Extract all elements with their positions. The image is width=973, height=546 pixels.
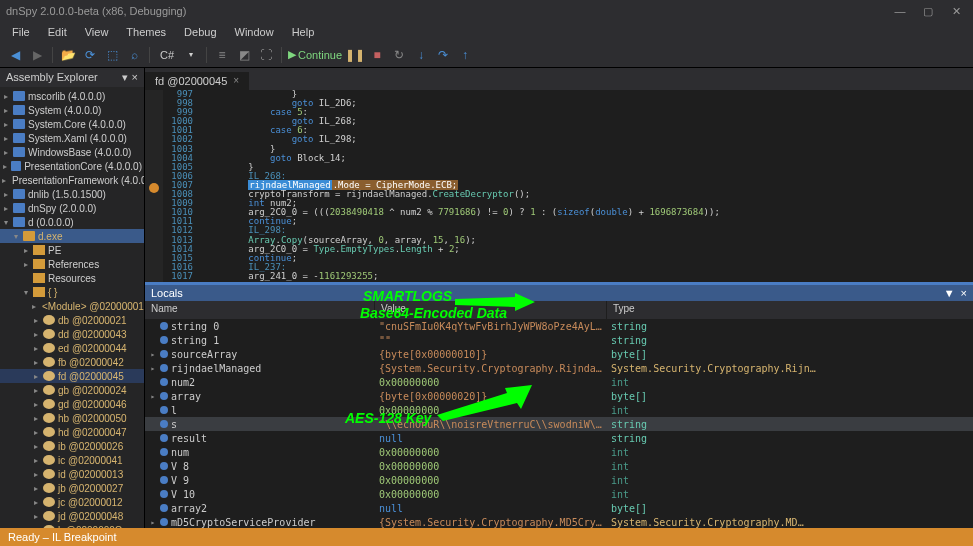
expand-icon[interactable]: ▸ [32, 344, 40, 353]
expand-icon[interactable]: ▸ [2, 190, 10, 199]
expand-icon[interactable]: ▸ [32, 330, 40, 339]
tree-node[interactable]: ▸fb @02000042 [0, 355, 144, 369]
expand-icon[interactable]: ▸ [2, 106, 10, 115]
expand-icon[interactable]: ▸ [149, 518, 157, 527]
code-line[interactable]: cryptoTransform = rijndaelManaged.Create… [205, 190, 973, 199]
expand-icon[interactable]: ▾ [22, 288, 30, 297]
expand-icon[interactable]: ▸ [32, 484, 40, 493]
expand-icon[interactable]: ▸ [32, 442, 40, 451]
tree-node[interactable]: ▸dnlib (1.5.0.1500) [0, 187, 144, 201]
tree-node[interactable]: ▸jd @02000048 [0, 509, 144, 523]
nav-back-icon[interactable]: ◀ [6, 46, 24, 64]
reload-icon[interactable]: ⟳ [81, 46, 99, 64]
expand-icon[interactable]: ▸ [2, 176, 6, 185]
tree-node[interactable]: ▸mscorlib (4.0.0.0) [0, 89, 144, 103]
tree-node[interactable]: ▸hd @02000047 [0, 425, 144, 439]
col-name[interactable]: Name [145, 301, 375, 319]
menu-file[interactable]: File [4, 24, 38, 40]
tree-node[interactable]: ▸gd @02000046 [0, 397, 144, 411]
code-line[interactable]: goto Block_14; [205, 154, 973, 163]
expand-icon[interactable]: ▸ [32, 498, 40, 507]
expand-icon[interactable]: ▸ [32, 316, 40, 325]
menu-window[interactable]: Window [227, 24, 282, 40]
tree-node[interactable]: ▸gb @02000024 [0, 383, 144, 397]
menu-debug[interactable]: Debug [176, 24, 224, 40]
menu-view[interactable]: View [77, 24, 117, 40]
local-row[interactable]: l0x00000000int [145, 403, 973, 417]
wrap-icon[interactable]: ≡ [213, 46, 231, 64]
step-out-icon[interactable]: ↑ [456, 46, 474, 64]
restart-icon[interactable]: ↻ [390, 46, 408, 64]
code-line[interactable]: continue; [205, 254, 973, 263]
expand-icon[interactable]: ▸ [32, 428, 40, 437]
expand-icon[interactable]: ▾ [12, 232, 20, 241]
stop-icon[interactable]: ■ [368, 46, 386, 64]
assembly-tree[interactable]: ▸mscorlib (4.0.0.0)▸System (4.0.0.0)▸Sys… [0, 87, 144, 528]
expand-icon[interactable]: ▸ [32, 400, 40, 409]
tree-node[interactable]: ▸jb @02000027 [0, 481, 144, 495]
expand-icon[interactable]: ▸ [149, 364, 157, 373]
expand-icon[interactable]: ▸ [2, 148, 10, 157]
local-row[interactable]: string_0"cnuSFmIu0K4qYtwFvBirhJyWPW8oPze… [145, 319, 973, 333]
code-line[interactable]: arg_2C0_0 = Type.EmptyTypes.Length + 2; [205, 245, 973, 254]
nav-forward-icon[interactable]: ▶ [28, 46, 46, 64]
locals-collapse-icon[interactable]: ▼ [944, 287, 955, 299]
expand-icon[interactable]: ▸ [2, 162, 8, 171]
tab-fd[interactable]: fd @02000045 × [145, 72, 249, 90]
language-selector[interactable]: C# [156, 49, 178, 61]
local-row[interactable]: V_90x00000000int [145, 473, 973, 487]
tree-node[interactable]: ▸PresentationFramework (4.0.0.0) [0, 173, 144, 187]
code-editor[interactable]: 9979989991000100110021003100410051006100… [145, 90, 973, 282]
tree-node[interactable]: ▸hb @02000050 [0, 411, 144, 425]
tree-node[interactable]: ▸ed @02000044 [0, 341, 144, 355]
expand-icon[interactable]: ▸ [149, 350, 157, 359]
expand-icon[interactable]: ▸ [32, 358, 40, 367]
expand-icon[interactable]: ▸ [32, 456, 40, 465]
tree-node[interactable]: ▾d (0.0.0.0) [0, 215, 144, 229]
local-row[interactable]: num20x00000000int [145, 375, 973, 389]
tree-node[interactable]: ▸dd @02000043 [0, 327, 144, 341]
code-line[interactable]: goto IL_268; [205, 117, 973, 126]
expand-icon[interactable]: ▸ [32, 526, 40, 529]
close-icon[interactable]: ✕ [945, 5, 967, 18]
code-line[interactable]: } [205, 163, 973, 172]
tree-node[interactable]: ▸k @0200000C [0, 523, 144, 528]
expand-icon[interactable]: ▸ [32, 386, 40, 395]
step-into-icon[interactable]: ↓ [412, 46, 430, 64]
tree-node[interactable]: ▸<Module> @02000001 [0, 299, 144, 313]
tree-node[interactable]: ▸dnSpy (2.0.0.0) [0, 201, 144, 215]
tree-node[interactable]: ▸ic @02000041 [0, 453, 144, 467]
expand-icon[interactable]: ▸ [149, 392, 157, 401]
step-over-icon[interactable]: ↷ [434, 46, 452, 64]
code-line[interactable]: arg_2C0_0 = (((2038490418 ^ num2 % 77916… [205, 208, 973, 217]
code-lines[interactable]: } goto IL_2D6; case 5: goto IL_268; case… [199, 90, 973, 282]
tree-node[interactable]: Resources [0, 271, 144, 285]
expand-icon[interactable]: ▸ [2, 204, 10, 213]
code-line[interactable]: goto IL_298; [205, 135, 973, 144]
expand-icon[interactable]: ▸ [32, 470, 40, 479]
tree-node[interactable]: ▸System (4.0.0.0) [0, 103, 144, 117]
expand-icon[interactable]: ▸ [2, 134, 10, 143]
local-row[interactable]: num0x00000000int [145, 445, 973, 459]
code-line[interactable]: goto IL_2D6; [205, 99, 973, 108]
tree-node[interactable]: ▸PE [0, 243, 144, 257]
open-icon[interactable]: 📂 [59, 46, 77, 64]
local-row[interactable]: string_1""string [145, 333, 973, 347]
local-row[interactable]: array2nullbyte[] [145, 501, 973, 515]
tree-node[interactable]: ▾{ } [0, 285, 144, 299]
continue-button[interactable]: ▶ Continue [288, 48, 342, 61]
tree-node[interactable]: ▸db @02000021 [0, 313, 144, 327]
maximize-icon[interactable]: ▢ [917, 5, 939, 18]
stack-icon[interactable]: ⬚ [103, 46, 121, 64]
local-row[interactable]: resultnullstring [145, 431, 973, 445]
code-line[interactable]: continue; [205, 217, 973, 226]
breakpoint-gutter[interactable] [145, 90, 163, 282]
menu-edit[interactable]: Edit [40, 24, 75, 40]
local-row[interactable]: V_80x00000000int [145, 459, 973, 473]
find-icon[interactable]: ⌕ [125, 46, 143, 64]
expand-icon[interactable]: ▾ [2, 218, 10, 227]
fullscreen-icon[interactable]: ⛶ [257, 46, 275, 64]
tree-node[interactable]: ▸System.Xaml (4.0.0.0) [0, 131, 144, 145]
expand-icon[interactable]: ▸ [32, 372, 40, 381]
local-row[interactable]: V_100x00000000int [145, 487, 973, 501]
